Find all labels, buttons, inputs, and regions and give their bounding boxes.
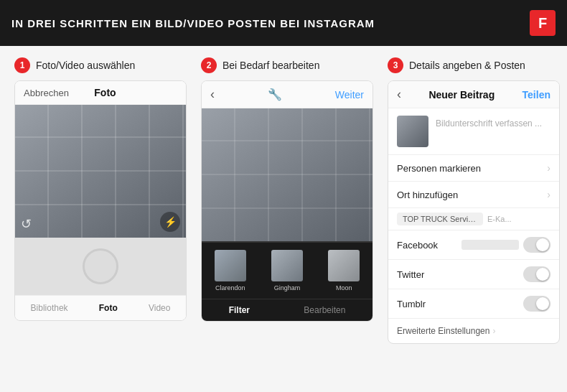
step1-circle: 1 <box>14 57 30 73</box>
step2-next-button[interactable]: Weiter <box>335 89 364 101</box>
filter-strip: Clarendon Gingham Moon <box>202 241 372 299</box>
twitter-toggle[interactable] <box>523 266 550 282</box>
library-tab[interactable]: Bibliothek <box>31 303 68 313</box>
header-title: IN DREI SCHRITTEN EIN BILD/VIDEO POSTEN … <box>11 17 375 29</box>
twitter-toggle-knob <box>536 268 549 281</box>
caption-placeholder[interactable]: Bildunterschrift verfassen ... <box>436 116 542 129</box>
step3-back-icon[interactable]: ‹ <box>397 87 401 102</box>
step1-label: Foto/Video auswählen <box>36 60 135 71</box>
facebook-fill <box>461 240 519 250</box>
step1-header: 1 Foto/Video auswählen <box>14 57 187 73</box>
step2-circle: 2 <box>201 57 217 73</box>
advanced-chevron-icon: › <box>492 326 495 336</box>
tumblr-label: Tumblr <box>397 299 426 309</box>
tumblr-toggle-knob <box>536 297 549 310</box>
facebook-label: Facebook <box>397 240 438 251</box>
step2-photo <box>202 108 372 241</box>
filter-label-2: Gingham <box>274 284 301 291</box>
filter-thumb-2 <box>271 250 303 281</box>
facebook-toggle-knob <box>536 238 549 251</box>
thumb-circle <box>83 248 118 284</box>
location-row[interactable]: Ort hinzufügen › <box>388 182 559 208</box>
bearbeiten-tab[interactable]: Bearbeiten <box>304 305 345 315</box>
foto-tab[interactable]: Foto <box>99 303 118 313</box>
step2-phone: ‹ 🔧 Weiter Clarendon Gingham Moon <box>201 80 373 322</box>
step2-back-icon[interactable]: ‹ <box>210 87 215 102</box>
advanced-settings-row[interactable]: Erweiterte Einstellungen › <box>388 319 559 343</box>
filter-thumb-3 <box>328 250 360 281</box>
tag-row: TOP TRUCK Service Pannen... E-Ka... <box>388 208 559 230</box>
filter-label-3: Moon <box>336 284 352 291</box>
location-label: Ort hinzufügen <box>397 190 458 200</box>
post-thumbnail <box>397 116 428 147</box>
header: IN DREI SCHRITTEN EIN BILD/VIDEO POSTEN … <box>0 0 567 46</box>
step1-column: 1 Foto/Video auswählen Abbrechen Foto ↺ … <box>14 57 187 344</box>
step3-share-button[interactable]: Teilen <box>523 89 550 101</box>
step1-photo: ↺ ⚡ <box>15 105 186 238</box>
step1-bottom-nav: Bibliothek Foto Video <box>15 295 186 320</box>
post-preview: Bildunterschrift verfassen ... <box>388 108 559 155</box>
facebook-row: Facebook <box>388 230 559 260</box>
step3-phone: ‹ Neuer Beitrag Teilen Bildunterschrift … <box>388 80 560 344</box>
step1-phone: Abbrechen Foto ↺ ⚡ Bibliothek Foto Video <box>14 80 187 321</box>
tag-input[interactable]: E-Ka... <box>487 215 550 223</box>
filter-thumb-1 <box>215 250 246 281</box>
step2-bottom-nav: Filter Bearbeiten <box>202 299 372 321</box>
step2-header: 2 Bei Bedarf bearbeiten <box>201 57 373 73</box>
video-tab[interactable]: Video <box>149 303 170 313</box>
thumbnail-row <box>15 238 186 295</box>
step1-nav-title: Foto <box>94 87 116 98</box>
step2-label: Bei Bedarf bearbeiten <box>222 60 319 71</box>
tag-chip[interactable]: TOP TRUCK Service Pannen... <box>397 213 483 225</box>
filter-clarendon[interactable]: Clarendon <box>202 243 258 299</box>
step2-column: 2 Bei Bedarf bearbeiten ‹ 🔧 Weiter Clare… <box>201 57 373 344</box>
filter-moon[interactable]: Moon <box>316 243 372 299</box>
facebook-toggle[interactable] <box>523 237 550 253</box>
twitter-row: Twitter <box>388 260 559 289</box>
main-content: 1 Foto/Video auswählen Abbrechen Foto ↺ … <box>0 46 567 355</box>
step3-header: 3 Details angeben & Posten <box>388 57 560 73</box>
step2-nav: ‹ 🔧 Weiter <box>202 81 372 108</box>
twitter-label: Twitter <box>397 269 424 280</box>
step2-ceiling <box>202 108 372 241</box>
step3-nav-title: Neuer Beitrag <box>428 89 495 101</box>
step3-label: Details angeben & Posten <box>409 60 525 71</box>
cancel-button[interactable]: Abbrechen <box>24 88 69 98</box>
persons-row[interactable]: Personen markieren › <box>388 155 559 182</box>
wrench-icon[interactable]: 🔧 <box>268 88 282 101</box>
rotate-icon[interactable]: ↺ <box>21 216 32 232</box>
filter-label-1: Clarendon <box>215 284 245 291</box>
persons-label: Personen markieren <box>397 163 481 174</box>
filter-gingham[interactable]: Gingham <box>258 243 315 299</box>
step3-nav: ‹ Neuer Beitrag Teilen <box>388 81 559 108</box>
location-chevron-icon: › <box>547 189 550 200</box>
step3-circle: 3 <box>388 57 403 73</box>
flash-icon[interactable]: ⚡ <box>160 212 180 232</box>
step1-nav: Abbrechen Foto <box>15 81 186 105</box>
step3-column: 3 Details angeben & Posten ‹ Neuer Beitr… <box>388 57 560 344</box>
filter-tab[interactable]: Filter <box>229 305 250 315</box>
tumblr-row: Tumblr <box>388 289 559 319</box>
advanced-settings-label: Erweiterte Einstellungen <box>397 326 489 336</box>
header-logo: F <box>530 10 556 36</box>
persons-chevron-icon: › <box>547 162 550 174</box>
tumblr-toggle[interactable] <box>523 296 550 312</box>
